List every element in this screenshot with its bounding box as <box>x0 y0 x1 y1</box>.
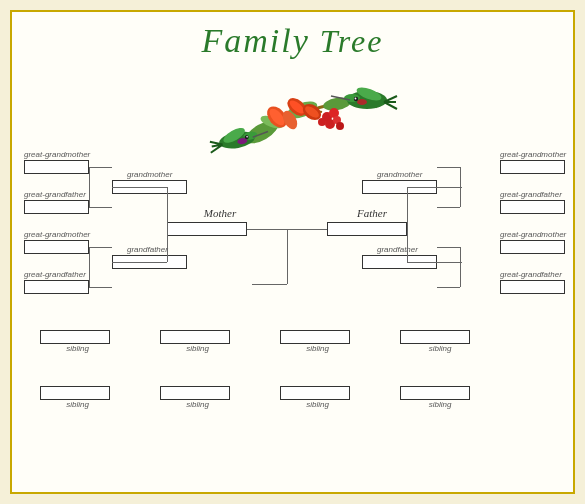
sibling-box-7[interactable] <box>280 386 350 400</box>
line-gg6-gm <box>437 207 460 208</box>
sibling-label-4: sibling <box>410 344 470 353</box>
svg-point-26 <box>354 97 358 101</box>
svg-point-7 <box>288 98 307 116</box>
svg-point-22 <box>237 137 248 145</box>
line-gg5-gm <box>437 167 460 168</box>
left-grandfather-label: grandfather <box>127 245 168 254</box>
svg-point-17 <box>218 129 256 151</box>
gg-label-4: great-grandfather <box>24 270 86 279</box>
svg-point-12 <box>329 108 339 118</box>
svg-point-11 <box>322 112 332 122</box>
svg-point-14 <box>333 116 341 124</box>
svg-point-9 <box>300 101 324 124</box>
line-gg-v1 <box>89 167 90 207</box>
svg-point-4 <box>263 103 291 132</box>
title-tree: Tree <box>320 23 384 59</box>
svg-point-19 <box>221 125 247 146</box>
gg-box-1[interactable] <box>24 160 89 174</box>
gg-box-2[interactable] <box>24 200 89 214</box>
line-gg-v4 <box>460 247 461 287</box>
svg-point-2 <box>322 96 352 113</box>
svg-point-27 <box>355 98 357 100</box>
line-left-v <box>167 187 168 262</box>
sibling-label-5: sibling <box>50 400 105 409</box>
svg-point-8 <box>280 108 300 131</box>
gg-label-8: great-grandfather <box>500 270 562 279</box>
svg-point-6 <box>284 95 310 120</box>
line-right-v <box>407 187 408 262</box>
svg-point-20 <box>244 135 249 140</box>
sibling-label-6: sibling <box>170 400 225 409</box>
line-gg4-gp <box>89 287 112 288</box>
line-gm-mother <box>112 187 167 188</box>
mother-label: Mother <box>190 207 250 219</box>
svg-point-13 <box>325 119 335 129</box>
sibling-box-2[interactable] <box>160 330 230 344</box>
sibling-label-3: sibling <box>290 344 345 353</box>
gg-box-3[interactable] <box>24 240 89 254</box>
svg-point-16 <box>336 122 344 130</box>
svg-point-1 <box>285 98 320 122</box>
line-gg-v2 <box>89 247 90 287</box>
sibling-label-7: sibling <box>290 400 345 409</box>
svg-point-3 <box>259 113 285 131</box>
left-grandmother-label: grandmother <box>127 170 172 179</box>
svg-point-18 <box>243 130 258 140</box>
svg-point-23 <box>347 91 387 109</box>
illustration <box>182 62 402 187</box>
sibling-box-1[interactable] <box>40 330 110 344</box>
right-grandmother-label: grandmother <box>377 170 422 179</box>
sibling-box-8[interactable] <box>400 386 470 400</box>
gg-box-6[interactable] <box>500 200 565 214</box>
svg-point-24 <box>344 94 360 102</box>
svg-point-21 <box>246 136 248 138</box>
gg-label-6: great-grandfather <box>500 190 562 199</box>
line-sibling-connect <box>252 284 287 285</box>
svg-point-0 <box>242 116 281 148</box>
line-gp-father <box>407 262 462 263</box>
father-box[interactable] <box>327 222 407 236</box>
svg-point-5 <box>267 106 288 128</box>
line-gm-father <box>407 187 462 188</box>
gg-label-2: great-grandfather <box>24 190 86 199</box>
mother-box[interactable] <box>167 222 247 236</box>
family-tree-page: Family Tree <box>10 10 575 494</box>
right-grandfather-label: grandfather <box>377 245 418 254</box>
gg-box-7[interactable] <box>500 240 565 254</box>
gg-label-7: great-grandmother <box>500 230 566 239</box>
svg-point-25 <box>355 85 383 103</box>
line-gg8-gp <box>437 287 460 288</box>
svg-point-15 <box>318 118 326 126</box>
gg-box-5[interactable] <box>500 160 565 174</box>
sibling-label-1: sibling <box>50 344 105 353</box>
gg-box-4[interactable] <box>24 280 89 294</box>
sibling-label-2: sibling <box>170 344 225 353</box>
line-gg7-gp <box>437 247 460 248</box>
line-down-to-siblings <box>287 229 288 284</box>
page-title: Family Tree <box>12 22 573 60</box>
gg-box-8[interactable] <box>500 280 565 294</box>
svg-point-28 <box>357 99 367 105</box>
line-gp-mother <box>112 262 167 263</box>
gg-label-3: great-grandmother <box>24 230 90 239</box>
sibling-box-4[interactable] <box>400 330 470 344</box>
title-family: Family <box>201 22 309 59</box>
sibling-box-5[interactable] <box>40 386 110 400</box>
svg-point-10 <box>303 104 321 120</box>
sibling-box-3[interactable] <box>280 330 350 344</box>
sibling-label-8: sibling <box>410 400 470 409</box>
line-gg2-gm <box>89 207 112 208</box>
line-gg3-gp <box>89 247 112 248</box>
sibling-box-6[interactable] <box>160 386 230 400</box>
gg-label-5: great-grandmother <box>500 150 566 159</box>
line-gg1-gm <box>89 167 112 168</box>
gg-label-1: great-grandmother <box>24 150 90 159</box>
father-label: Father <box>342 207 402 219</box>
